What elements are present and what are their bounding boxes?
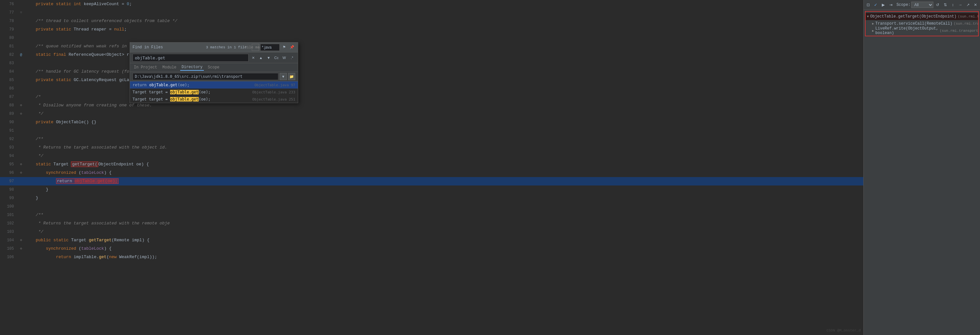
gutter-105: ◇ [18,244,24,253]
find-path-browse-btn[interactable]: ▼ [280,73,287,80]
code-line-77: 77 = [0,8,863,17]
call-package-1: (sun.rmi.transport) [954,22,978,26]
gutter-82: @ [18,51,24,59]
line-num-82: 82 [0,51,18,59]
find-tab-in-project[interactable]: In Project [132,65,159,70]
panel-expand-btn[interactable]: ⇅ [942,1,948,8]
line-num-106: 106 [0,253,18,262]
line-content-98: } [24,185,863,194]
panel-arrow-btn[interactable]: → [957,1,964,8]
line-content-94: */ [24,152,863,160]
find-path-row: ▼ 📁 [130,72,298,81]
find-result-item-1[interactable]: return objTable.get(oe); ObjectTable.jav… [130,81,298,89]
line-num-101: 101 [0,211,18,219]
panel-close-btn[interactable]: ✕ [972,1,979,8]
find-match-info: 3 matches in 1 file [206,45,247,49]
result-text-2: Target target = objTable.get(oe); [132,90,250,94]
code-line-105: 105 ◇ synchronized (tableLock) { [0,244,863,253]
panel-collapse-btn[interactable]: ↕ [950,1,956,8]
line-content-78: /** thread to collect unreferenced objec… [24,17,863,25]
line-num-81: 81 [0,42,18,51]
find-case-btn[interactable]: Cc [273,54,280,61]
find-search-row: ✕ ▲ ▼ Cc W .* [130,53,298,63]
line-num-79: 79 [0,25,18,34]
line-num-97: 97 [0,177,18,185]
code-line-76: 76 private static int keepAliveCount = 0… [0,0,863,8]
find-result-item-2[interactable]: Target target = objTable.get(oe); Object… [130,89,298,96]
find-result-item-3[interactable]: Target target = objTable.get(oe); Object… [130,96,298,103]
call-tree-item-2[interactable]: ▶ LiveRef.write(ObjectOutput, boolean) (… [865,27,978,34]
panel-external-btn[interactable]: ↗ [964,1,971,8]
find-clear-btn[interactable]: ✕ [250,54,256,61]
line-num-95: 95 [0,160,18,169]
expand-icon-2: ▶ [872,29,874,33]
find-search-input[interactable] [132,54,248,62]
code-line-103: 103 */ [0,228,863,236]
code-line-92: 92 /** [0,135,863,144]
code-line-106: 106 return implTable.get(new WeakRef(imp… [0,253,863,262]
code-line-93: 93 * Returns the target associated with … [0,144,863,152]
line-num-96: 96 [0,169,18,177]
line-num-99: 99 [0,194,18,203]
watermark: CSDN @M_onster_d [826,329,861,332]
expand-icon-1: ▶ [872,22,874,26]
find-prev-btn[interactable]: ▲ [258,54,264,61]
gutter-96: ◇ [18,169,24,177]
line-num-80: 80 [0,34,18,42]
code-line-101: 101 /** [0,211,863,219]
find-dialog-header: Find in Files 3 matches in 1 file File m… [130,43,298,53]
panel-step-btn[interactable]: ⇥ [888,1,894,8]
line-content-103: */ [24,228,863,236]
line-num-103: 103 [0,228,18,236]
panel-check-btn[interactable]: ✓ [872,1,879,8]
line-num-87: 87 [0,93,18,101]
panel-refresh-btn[interactable]: ↺ [934,1,941,8]
find-pin-btn[interactable]: 📌 [289,44,295,50]
find-filter-btn[interactable]: ⚑ [281,44,288,50]
line-num-105: 105 [0,244,18,253]
result-text-1: return objTable.get(oe); [132,83,252,87]
line-content-76: private static int keepAliveCount = 0; [24,0,863,8]
right-panel: ⊡ ✓ ▶ ⇥ Scope: All Project ↺ ⇅ ↕ → ↗ ✕ ▼… [863,0,980,335]
code-line-102: 102 * Returns the target associated with… [0,219,863,228]
gutter-89: ◇ [18,110,24,118]
line-num-85: 85 [0,76,18,84]
result-file-3: ObjectTable.java 251 [253,97,295,102]
code-line-98: 98 } [0,185,863,194]
line-content-102: * Returns the target associated with the… [24,219,863,228]
find-tab-module[interactable]: Module [161,65,178,70]
line-num-84: 84 [0,67,18,76]
panel-run-btn[interactable]: ▶ [880,1,887,8]
file-mask-input[interactable] [260,44,280,51]
line-num-83: 83 [0,59,18,67]
find-path-folder-btn[interactable]: 📁 [288,73,295,80]
find-in-files-dialog: Find in Files 3 matches in 1 file File m… [130,42,298,103]
find-path-input[interactable] [132,73,278,80]
call-text-2: LiveRef.write(ObjectOutput, boolean) [875,26,938,35]
find-word-btn[interactable]: W [281,54,288,61]
panel-toggle-btn[interactable]: ⊡ [865,1,872,8]
code-line-100: 100 [0,203,863,211]
line-num-90: 90 [0,118,18,126]
find-regex-btn[interactable]: .* [289,54,295,61]
call-package-0: (sun.rmi.transport) [958,14,978,19]
line-content-97: return objTable.get(oe); [24,177,863,185]
call-tree-item-0[interactable]: ▼ ObjectTable.getTarget(ObjectEndpoint) … [865,13,978,20]
code-line-78: 78 /** thread to collect unreferenced ob… [0,17,863,25]
right-toolbar: ⊡ ✓ ▶ ⇥ Scope: All Project ↺ ⇅ ↕ → ↗ ✕ [864,0,980,10]
call-package-2: (sun.rmi.transport) [940,29,978,33]
line-content-99: } [24,194,863,203]
line-content-96: synchronized (tableLock) { [24,169,863,177]
find-next-btn[interactable]: ▼ [266,54,272,61]
line-num-78: 78 [0,17,18,25]
line-num-76: 76 [0,0,18,8]
line-num-93: 93 [0,144,18,152]
code-line-79: 79 private static Thread reaper = null; [0,25,863,34]
scope-dropdown[interactable]: All Project [911,2,933,8]
find-tab-directory[interactable]: Directory [180,64,204,71]
code-line-97: 97 return objTable.get(oe); [0,177,863,185]
call-text-0: ObjectTable.getTarget(ObjectEndpoint) [870,14,956,19]
find-tab-scope[interactable]: Scope [207,65,221,70]
line-num-91: 91 [0,126,18,135]
find-dialog-title: Find in Files [132,45,204,49]
